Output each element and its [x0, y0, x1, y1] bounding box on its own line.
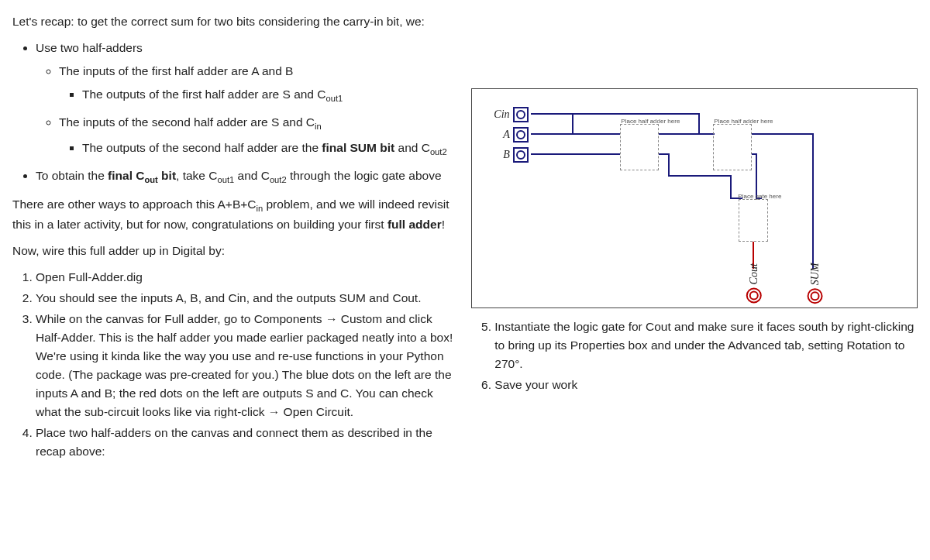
- para-now-wire: Now, wire this full adder up in Digital …: [12, 242, 456, 260]
- step-6: Save your work: [494, 376, 918, 394]
- wire: [531, 113, 574, 115]
- wire: [659, 153, 668, 155]
- half-adder-1-placeholder: Place half adder here: [620, 124, 659, 170]
- wire: [730, 175, 732, 199]
- circuit-diagram: Cin A B Place half: [471, 88, 918, 308]
- input-symbol: [513, 127, 529, 143]
- half-adder-2-placeholder: Place half adder here: [713, 124, 752, 170]
- wire: [752, 133, 814, 135]
- wire: [572, 133, 620, 135]
- steps-list-cont: Instantiate the logic gate for Cout and …: [471, 318, 918, 394]
- gate-placeholder: Place gate here: [739, 199, 768, 242]
- wire: [668, 153, 670, 177]
- recap-b1a1: The outputs of the first half adder are …: [82, 85, 456, 105]
- wire: [668, 175, 730, 177]
- step-5: Instantiate the logic gate for Cout and …: [494, 318, 918, 373]
- recap-b1b: The inputs of the second half adder are …: [59, 113, 456, 159]
- pin-a: A: [503, 126, 529, 143]
- step-3: While on the canvas for Full adder, go t…: [36, 310, 456, 421]
- recap-b1a: The inputs of the first half adder are A…: [59, 62, 456, 105]
- wire: [572, 113, 700, 115]
- pin-cout: Cout: [746, 263, 763, 303]
- output-symbol: [808, 288, 823, 304]
- output-symbol: [746, 287, 762, 303]
- wire: [698, 133, 715, 135]
- recap-b1b1: The outputs of the second half adder are…: [82, 139, 456, 159]
- step-4: Place two half-adders on the canvas and …: [36, 424, 456, 461]
- step-2: You should see the inputs A, B, and Cin,…: [36, 289, 456, 307]
- wire: [572, 113, 574, 133]
- wire: [812, 133, 814, 269]
- intro-text: Let's recap: to get the correct sum for …: [12, 12, 456, 31]
- input-symbol: [513, 147, 529, 163]
- recap-b1: Use two half-adders The inputs of the fi…: [36, 39, 456, 159]
- step-1: Open Full-Adder.dig: [36, 268, 456, 287]
- para-other-ways: There are other ways to approach this A+…: [12, 195, 456, 234]
- wire: [698, 113, 700, 133]
- input-symbol: [513, 107, 529, 122]
- pin-sum: SUM: [807, 263, 824, 304]
- recap-list: Use two half-adders The inputs of the fi…: [12, 39, 456, 187]
- pin-b: B: [503, 146, 529, 163]
- wire: [531, 153, 620, 155]
- pin-cin: Cin: [494, 106, 528, 123]
- recap-b2: To obtain the final Cout bit, take Cout1…: [36, 167, 456, 187]
- steps-list: Open Full-Adder.dig You should see the i…: [12, 268, 456, 461]
